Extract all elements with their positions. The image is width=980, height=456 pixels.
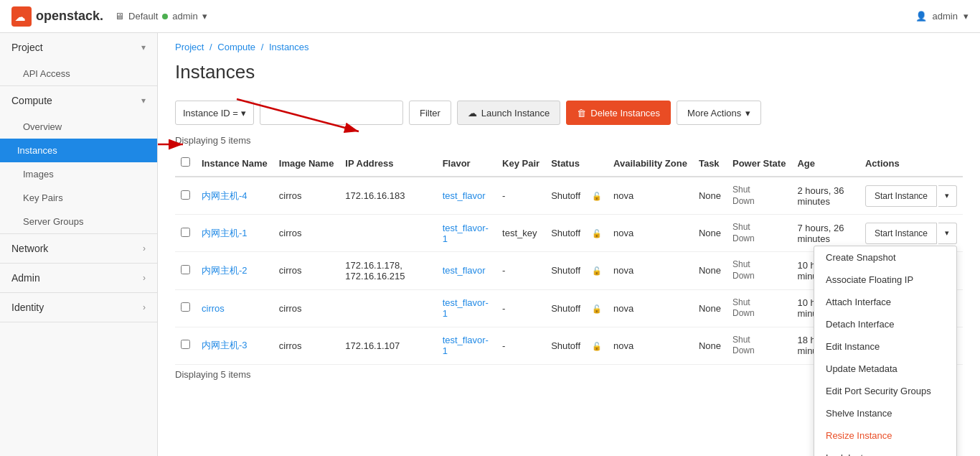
- sidebar-admin-header[interactable]: Admin ›: [0, 264, 157, 292]
- dropdown-item[interactable]: Associate Floating IP: [814, 269, 956, 291]
- sidebar-project-header[interactable]: Project ▾: [0, 33, 157, 62]
- action-caret-button[interactable]: ▾: [938, 223, 957, 244]
- actions-cell-wrapper: Start Instance ▾: [865, 185, 957, 207]
- flavor-link[interactable]: test_flavor-1: [443, 297, 489, 319]
- chevron-down-icon: ▾: [202, 11, 207, 22]
- cloud-icon: ☁: [468, 108, 477, 118]
- dropdown-item[interactable]: Attach Interface: [814, 291, 956, 313]
- sidebar-item-label: Overview: [23, 121, 62, 132]
- filter-button[interactable]: Filter: [409, 101, 451, 125]
- col-image-name: Image Name: [273, 150, 340, 177]
- navbar-left: ☁ openstack. 🖥 Default admin ▾: [11, 6, 207, 27]
- sidebar-item-label: Images: [23, 169, 54, 180]
- lock-icon: 🔓: [592, 342, 602, 350]
- sidebar-identity-header[interactable]: Identity ›: [0, 293, 157, 322]
- key-pair-cell: -: [496, 289, 545, 327]
- chevron-down-icon: ▾: [141, 42, 146, 52]
- sidebar-item-key-pairs[interactable]: Key Pairs: [0, 186, 157, 210]
- action-button[interactable]: Start Instance: [865, 185, 937, 207]
- row-checkbox[interactable]: [181, 302, 190, 312]
- flavor-link[interactable]: test_flavor: [443, 265, 486, 276]
- flavor-link[interactable]: test_flavor-1: [443, 335, 489, 356]
- dropdown-item[interactable]: Detach Interface: [814, 313, 956, 335]
- sidebar-identity-label: Identity: [11, 302, 44, 313]
- sidebar-item-label: Server Groups: [23, 216, 84, 227]
- dropdown-item[interactable]: Update Metadata: [814, 358, 956, 380]
- status-cell: Shutoff: [545, 177, 586, 215]
- flavor-cell: test_flavor-1: [437, 215, 496, 252]
- image-name-cell: cirros: [273, 327, 340, 364]
- sidebar-network-header[interactable]: Network ›: [0, 234, 157, 263]
- table-row: 内网主机-1cirrostest_flavor-1test_keyShutoff…: [175, 215, 963, 252]
- image-name-cell: cirros: [273, 215, 340, 252]
- lock-icon: 🔓: [592, 304, 602, 313]
- image-name-cell: cirros: [273, 252, 340, 289]
- dropdown-item[interactable]: Shelve Instance: [814, 402, 956, 424]
- row-checkbox[interactable]: [181, 190, 190, 200]
- action-button[interactable]: Start Instance: [865, 223, 937, 244]
- dropdown-item[interactable]: Resize Instance: [814, 424, 956, 447]
- dropdown-item[interactable]: Edit Instance: [814, 335, 956, 358]
- user-icon: 👤: [915, 11, 927, 22]
- instance-name-cell: cirros: [196, 289, 273, 327]
- launch-instance-button[interactable]: ☁ Launch Instance: [457, 101, 560, 125]
- sidebar-item-images[interactable]: Images: [0, 162, 157, 186]
- openstack-icon: ☁: [11, 6, 32, 27]
- more-chevron-icon: ▾: [745, 108, 750, 118]
- page-title: Instances: [158, 55, 980, 95]
- sidebar-item-overview[interactable]: Overview: [0, 115, 157, 139]
- flavor-link[interactable]: test_flavor: [443, 190, 486, 201]
- breadcrumb-project[interactable]: Project: [175, 42, 204, 52]
- openstack-logo[interactable]: ☁ openstack.: [11, 6, 103, 27]
- instance-name-link[interactable]: 内网主机-1: [202, 228, 248, 238]
- power-state-cell: ShutDown: [727, 327, 791, 364]
- sidebar-network-section: Network ›: [0, 234, 157, 264]
- row-checkbox[interactable]: [181, 340, 190, 349]
- dropdown-item[interactable]: Lock Instance: [814, 447, 956, 456]
- row-checkbox[interactable]: [181, 265, 190, 274]
- instance-name-link[interactable]: 内网主机-2: [202, 265, 248, 276]
- sidebar-item-api-access[interactable]: API Access: [0, 62, 157, 85]
- flavor-link[interactable]: test_flavor-1: [443, 223, 489, 244]
- content-area: Project / Compute / Instances Instances …: [158, 33, 980, 456]
- row-checkbox[interactable]: [181, 228, 190, 237]
- dropdown-item[interactable]: Edit Port Security Groups: [814, 380, 956, 402]
- lock-cell: 🔓: [586, 215, 608, 252]
- content-wrapper: Project / Compute / Instances Instances …: [158, 33, 980, 384]
- cloud-selector[interactable]: 🖥 Default admin ▾: [115, 11, 207, 22]
- instance-name-link[interactable]: 内网主机-4: [202, 190, 248, 201]
- launch-button-label: Launch Instance: [481, 108, 550, 118]
- filter-input[interactable]: [260, 101, 403, 125]
- actions-cell-wrapper: Start Instance ▾ Create Snapshot Associa…: [865, 223, 957, 244]
- sidebar-item-server-groups[interactable]: Server Groups: [0, 210, 157, 233]
- dropdown-item[interactable]: Create Snapshot: [814, 246, 956, 269]
- navbar-user-label: admin: [933, 11, 958, 22]
- delete-instances-button[interactable]: 🗑 Delete Instances: [566, 101, 671, 125]
- row-checkbox-cell: [175, 327, 196, 364]
- col-power-state: Power State: [727, 150, 791, 177]
- select-all-checkbox[interactable]: [181, 157, 190, 167]
- col-ip-address: IP Address: [339, 150, 436, 177]
- col-instance-name: Instance Name: [196, 150, 273, 177]
- col-empty: [586, 150, 608, 177]
- power-state-cell: ShutDown: [727, 252, 791, 289]
- breadcrumb-sep2: /: [261, 42, 266, 52]
- sidebar-project-section: Project ▾ API Access: [0, 33, 157, 86]
- task-cell: None: [693, 177, 727, 215]
- cloud-default-label: Default: [128, 11, 158, 22]
- more-actions-button[interactable]: More Actions ▾: [677, 101, 761, 125]
- breadcrumb-compute[interactable]: Compute: [217, 42, 255, 52]
- instance-name-link[interactable]: cirros: [202, 303, 225, 314]
- ip-address-cell: 172.16.1.178, 172.16.16.215: [339, 252, 436, 289]
- select-all-header: [175, 150, 196, 177]
- lock-icon: 🔓: [592, 192, 602, 200]
- more-actions-label: More Actions: [687, 108, 741, 118]
- lock-cell: 🔓: [586, 177, 608, 215]
- zone-cell: nova: [608, 289, 693, 327]
- action-caret-button[interactable]: ▾: [938, 185, 957, 207]
- filter-dropdown[interactable]: Instance ID = ▾: [175, 101, 254, 125]
- sidebar-compute-header[interactable]: Compute ▾: [0, 86, 157, 115]
- instance-name-link[interactable]: 内网主机-3: [202, 340, 248, 350]
- zone-cell: nova: [608, 327, 693, 364]
- sidebar-item-instances[interactable]: Instances: [0, 139, 157, 162]
